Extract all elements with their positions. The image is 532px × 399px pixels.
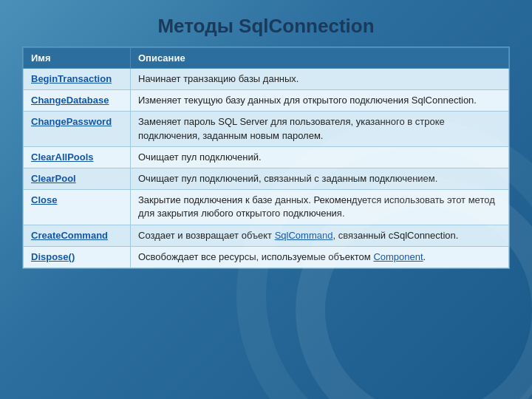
method-name[interactable]: Close <box>24 190 131 225</box>
table-row: ClearAllPoolsОчищает пул подключений. <box>24 146 509 168</box>
inline-link[interactable]: SqlCommand <box>275 230 333 241</box>
method-name[interactable]: ClearAllPools <box>24 146 131 168</box>
method-description: Освобождает все ресурсы, используемые об… <box>131 246 509 267</box>
col-header-description: Описание <box>131 48 509 69</box>
method-name[interactable]: Dispose() <box>24 246 131 267</box>
method-name[interactable]: ChangePassword <box>24 112 131 146</box>
method-description: Очищает пул подключений. <box>131 146 509 168</box>
table-row: ChangePasswordЗаменяет пароль SQL Server… <box>24 112 509 146</box>
method-description: Начинает транзакцию базы данных. <box>131 69 509 90</box>
method-description: Изменяет текущую базу данных для открыто… <box>131 90 509 112</box>
method-name[interactable]: CreateCommand <box>24 225 131 246</box>
table-row: CloseЗакрытие подключения к базе данных.… <box>24 190 509 225</box>
method-description: Создает и возвращает объект SqlCommand, … <box>131 225 509 246</box>
table-row: Dispose()Освобождает все ресурсы, исполь… <box>24 246 509 267</box>
method-name[interactable]: ChangeDatabase <box>24 90 131 112</box>
methods-table: Имя Описание BeginTransactionНачинает тр… <box>22 47 510 269</box>
table-row: CreateCommandСоздает и возвращает объект… <box>24 225 509 246</box>
inline-link[interactable]: Component <box>373 251 423 262</box>
method-description: Заменяет пароль SQL Server для пользоват… <box>131 112 509 146</box>
table-row: BeginTransactionНачинает транзакцию базы… <box>24 69 509 90</box>
table-row: ChangeDatabaseИзменяет текущую базу данн… <box>24 90 509 112</box>
method-name[interactable]: ClearPool <box>24 168 131 189</box>
col-header-name: Имя <box>24 48 131 69</box>
method-name[interactable]: BeginTransaction <box>24 69 131 90</box>
table-header-row: Имя Описание <box>24 48 509 69</box>
method-description: Очищает пул подключений, связанный с зад… <box>131 168 509 189</box>
method-description: Закрытие подключения к базе данных. Реко… <box>131 190 509 225</box>
page-title: Методы SqlConnection <box>157 15 374 38</box>
table-row: ClearPoolОчищает пул подключений, связан… <box>24 168 509 189</box>
